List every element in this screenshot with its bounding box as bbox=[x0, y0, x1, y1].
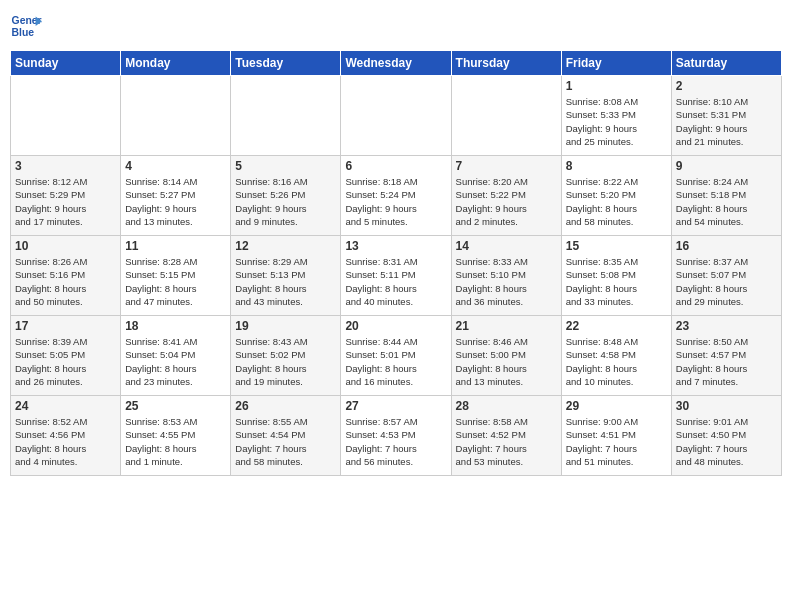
day-number: 25 bbox=[125, 399, 226, 413]
day-info: Sunrise: 8:43 AM Sunset: 5:02 PM Dayligh… bbox=[235, 335, 336, 388]
day-info: Sunrise: 8:29 AM Sunset: 5:13 PM Dayligh… bbox=[235, 255, 336, 308]
calendar-cell bbox=[341, 76, 451, 156]
day-number: 10 bbox=[15, 239, 116, 253]
day-info: Sunrise: 8:53 AM Sunset: 4:55 PM Dayligh… bbox=[125, 415, 226, 468]
calendar-cell: 3Sunrise: 8:12 AM Sunset: 5:29 PM Daylig… bbox=[11, 156, 121, 236]
calendar-cell: 17Sunrise: 8:39 AM Sunset: 5:05 PM Dayli… bbox=[11, 316, 121, 396]
day-info: Sunrise: 9:00 AM Sunset: 4:51 PM Dayligh… bbox=[566, 415, 667, 468]
weekday-header-saturday: Saturday bbox=[671, 51, 781, 76]
day-info: Sunrise: 8:24 AM Sunset: 5:18 PM Dayligh… bbox=[676, 175, 777, 228]
calendar-cell: 27Sunrise: 8:57 AM Sunset: 4:53 PM Dayli… bbox=[341, 396, 451, 476]
day-info: Sunrise: 8:37 AM Sunset: 5:07 PM Dayligh… bbox=[676, 255, 777, 308]
day-info: Sunrise: 8:57 AM Sunset: 4:53 PM Dayligh… bbox=[345, 415, 446, 468]
calendar-cell: 20Sunrise: 8:44 AM Sunset: 5:01 PM Dayli… bbox=[341, 316, 451, 396]
calendar-cell: 18Sunrise: 8:41 AM Sunset: 5:04 PM Dayli… bbox=[121, 316, 231, 396]
calendar-cell: 6Sunrise: 8:18 AM Sunset: 5:24 PM Daylig… bbox=[341, 156, 451, 236]
day-info: Sunrise: 8:28 AM Sunset: 5:15 PM Dayligh… bbox=[125, 255, 226, 308]
day-info: Sunrise: 8:20 AM Sunset: 5:22 PM Dayligh… bbox=[456, 175, 557, 228]
day-number: 28 bbox=[456, 399, 557, 413]
svg-text:Blue: Blue bbox=[12, 27, 35, 38]
calendar-cell: 8Sunrise: 8:22 AM Sunset: 5:20 PM Daylig… bbox=[561, 156, 671, 236]
day-info: Sunrise: 8:18 AM Sunset: 5:24 PM Dayligh… bbox=[345, 175, 446, 228]
calendar-cell: 24Sunrise: 8:52 AM Sunset: 4:56 PM Dayli… bbox=[11, 396, 121, 476]
day-info: Sunrise: 8:55 AM Sunset: 4:54 PM Dayligh… bbox=[235, 415, 336, 468]
calendar-cell bbox=[231, 76, 341, 156]
day-number: 9 bbox=[676, 159, 777, 173]
day-number: 29 bbox=[566, 399, 667, 413]
calendar-cell: 21Sunrise: 8:46 AM Sunset: 5:00 PM Dayli… bbox=[451, 316, 561, 396]
day-info: Sunrise: 8:52 AM Sunset: 4:56 PM Dayligh… bbox=[15, 415, 116, 468]
day-info: Sunrise: 8:35 AM Sunset: 5:08 PM Dayligh… bbox=[566, 255, 667, 308]
weekday-header-sunday: Sunday bbox=[11, 51, 121, 76]
calendar-week-1: 3Sunrise: 8:12 AM Sunset: 5:29 PM Daylig… bbox=[11, 156, 782, 236]
day-number: 3 bbox=[15, 159, 116, 173]
day-number: 16 bbox=[676, 239, 777, 253]
calendar-cell: 22Sunrise: 8:48 AM Sunset: 4:58 PM Dayli… bbox=[561, 316, 671, 396]
day-info: Sunrise: 8:46 AM Sunset: 5:00 PM Dayligh… bbox=[456, 335, 557, 388]
day-number: 26 bbox=[235, 399, 336, 413]
weekday-header-monday: Monday bbox=[121, 51, 231, 76]
day-number: 22 bbox=[566, 319, 667, 333]
day-number: 2 bbox=[676, 79, 777, 93]
calendar-cell: 11Sunrise: 8:28 AM Sunset: 5:15 PM Dayli… bbox=[121, 236, 231, 316]
calendar-cell: 7Sunrise: 8:20 AM Sunset: 5:22 PM Daylig… bbox=[451, 156, 561, 236]
day-info: Sunrise: 8:41 AM Sunset: 5:04 PM Dayligh… bbox=[125, 335, 226, 388]
day-number: 21 bbox=[456, 319, 557, 333]
calendar-week-0: 1Sunrise: 8:08 AM Sunset: 5:33 PM Daylig… bbox=[11, 76, 782, 156]
day-info: Sunrise: 8:31 AM Sunset: 5:11 PM Dayligh… bbox=[345, 255, 446, 308]
day-info: Sunrise: 8:14 AM Sunset: 5:27 PM Dayligh… bbox=[125, 175, 226, 228]
calendar-table: SundayMondayTuesdayWednesdayThursdayFrid… bbox=[10, 50, 782, 476]
weekday-header-friday: Friday bbox=[561, 51, 671, 76]
day-info: Sunrise: 8:39 AM Sunset: 5:05 PM Dayligh… bbox=[15, 335, 116, 388]
calendar-cell: 2Sunrise: 8:10 AM Sunset: 5:31 PM Daylig… bbox=[671, 76, 781, 156]
calendar-week-3: 17Sunrise: 8:39 AM Sunset: 5:05 PM Dayli… bbox=[11, 316, 782, 396]
weekday-header-wednesday: Wednesday bbox=[341, 51, 451, 76]
day-info: Sunrise: 8:22 AM Sunset: 5:20 PM Dayligh… bbox=[566, 175, 667, 228]
logo: General Blue bbox=[10, 10, 46, 42]
calendar-cell: 1Sunrise: 8:08 AM Sunset: 5:33 PM Daylig… bbox=[561, 76, 671, 156]
day-info: Sunrise: 8:33 AM Sunset: 5:10 PM Dayligh… bbox=[456, 255, 557, 308]
calendar-cell: 15Sunrise: 8:35 AM Sunset: 5:08 PM Dayli… bbox=[561, 236, 671, 316]
logo-icon: General Blue bbox=[10, 10, 42, 42]
day-info: Sunrise: 8:12 AM Sunset: 5:29 PM Dayligh… bbox=[15, 175, 116, 228]
day-info: Sunrise: 9:01 AM Sunset: 4:50 PM Dayligh… bbox=[676, 415, 777, 468]
header: General Blue bbox=[10, 10, 782, 42]
day-info: Sunrise: 8:10 AM Sunset: 5:31 PM Dayligh… bbox=[676, 95, 777, 148]
day-number: 11 bbox=[125, 239, 226, 253]
day-number: 8 bbox=[566, 159, 667, 173]
day-number: 17 bbox=[15, 319, 116, 333]
calendar-cell: 12Sunrise: 8:29 AM Sunset: 5:13 PM Dayli… bbox=[231, 236, 341, 316]
weekday-header-row: SundayMondayTuesdayWednesdayThursdayFrid… bbox=[11, 51, 782, 76]
day-number: 18 bbox=[125, 319, 226, 333]
day-number: 23 bbox=[676, 319, 777, 333]
day-number: 13 bbox=[345, 239, 446, 253]
calendar-cell: 14Sunrise: 8:33 AM Sunset: 5:10 PM Dayli… bbox=[451, 236, 561, 316]
calendar-cell: 23Sunrise: 8:50 AM Sunset: 4:57 PM Dayli… bbox=[671, 316, 781, 396]
day-info: Sunrise: 8:44 AM Sunset: 5:01 PM Dayligh… bbox=[345, 335, 446, 388]
calendar-cell: 25Sunrise: 8:53 AM Sunset: 4:55 PM Dayli… bbox=[121, 396, 231, 476]
weekday-header-tuesday: Tuesday bbox=[231, 51, 341, 76]
day-number: 14 bbox=[456, 239, 557, 253]
calendar-cell: 13Sunrise: 8:31 AM Sunset: 5:11 PM Dayli… bbox=[341, 236, 451, 316]
calendar-cell: 5Sunrise: 8:16 AM Sunset: 5:26 PM Daylig… bbox=[231, 156, 341, 236]
calendar-cell: 28Sunrise: 8:58 AM Sunset: 4:52 PM Dayli… bbox=[451, 396, 561, 476]
day-number: 4 bbox=[125, 159, 226, 173]
day-info: Sunrise: 8:26 AM Sunset: 5:16 PM Dayligh… bbox=[15, 255, 116, 308]
day-info: Sunrise: 8:58 AM Sunset: 4:52 PM Dayligh… bbox=[456, 415, 557, 468]
day-info: Sunrise: 8:48 AM Sunset: 4:58 PM Dayligh… bbox=[566, 335, 667, 388]
calendar-cell bbox=[11, 76, 121, 156]
calendar-cell: 19Sunrise: 8:43 AM Sunset: 5:02 PM Dayli… bbox=[231, 316, 341, 396]
day-number: 20 bbox=[345, 319, 446, 333]
day-info: Sunrise: 8:16 AM Sunset: 5:26 PM Dayligh… bbox=[235, 175, 336, 228]
calendar-week-4: 24Sunrise: 8:52 AM Sunset: 4:56 PM Dayli… bbox=[11, 396, 782, 476]
day-number: 5 bbox=[235, 159, 336, 173]
calendar-cell: 9Sunrise: 8:24 AM Sunset: 5:18 PM Daylig… bbox=[671, 156, 781, 236]
day-info: Sunrise: 8:08 AM Sunset: 5:33 PM Dayligh… bbox=[566, 95, 667, 148]
calendar-cell bbox=[121, 76, 231, 156]
day-info: Sunrise: 8:50 AM Sunset: 4:57 PM Dayligh… bbox=[676, 335, 777, 388]
calendar-cell bbox=[451, 76, 561, 156]
calendar-cell: 29Sunrise: 9:00 AM Sunset: 4:51 PM Dayli… bbox=[561, 396, 671, 476]
calendar-cell: 10Sunrise: 8:26 AM Sunset: 5:16 PM Dayli… bbox=[11, 236, 121, 316]
day-number: 6 bbox=[345, 159, 446, 173]
day-number: 7 bbox=[456, 159, 557, 173]
